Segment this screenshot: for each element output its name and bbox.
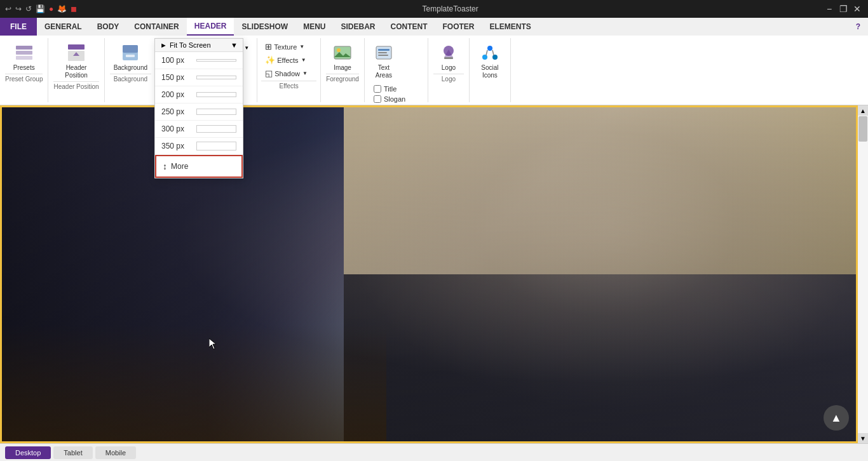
scroll-up-arrow[interactable]: ▲ <box>858 105 868 116</box>
vertical-scrollbar[interactable]: ▲ ▼ <box>858 105 868 443</box>
svg-rect-13 <box>378 49 390 51</box>
ribbon-social-group: SocialIcons <box>470 38 511 102</box>
scroll-down-arrow[interactable]: ▼ <box>858 433 868 443</box>
texture-arrow: ▼ <box>299 44 304 50</box>
preset-group-label: Preset Group <box>5 74 43 83</box>
svg-rect-8 <box>126 55 135 57</box>
quick-access-icon-3[interactable]: ↺ <box>25 4 32 13</box>
svg-rect-18 <box>444 57 453 59</box>
logo-group-label: Logo <box>433 74 464 83</box>
text-areas-button[interactable]: TextAreas <box>369 41 399 81</box>
menu-content[interactable]: CONTENT <box>383 18 435 36</box>
header-position-group-label: Header Position <box>53 81 98 90</box>
height-item-150[interactable]: 150 px <box>155 69 243 86</box>
menu-sidebar[interactable]: SIDEBAR <box>333 18 383 36</box>
logo-button[interactable]: Logo <box>433 41 464 74</box>
background-label: Background <box>114 64 147 72</box>
svg-line-22 <box>486 50 487 55</box>
height-item-250[interactable]: 250 px <box>155 104 243 121</box>
height-item-350[interactable]: 350 px <box>155 138 243 155</box>
foreground-group-label: Foreground <box>326 74 359 83</box>
menu-elements[interactable]: ELEMENTS <box>482 18 539 36</box>
social-icons-label: SocialIcons <box>481 64 498 79</box>
presets-button[interactable]: Presets <box>9 41 39 74</box>
logo-label: Logo <box>442 64 456 72</box>
height-200-preview <box>196 92 236 97</box>
restore-button[interactable]: ❐ <box>837 3 849 15</box>
image-button[interactable]: Image <box>327 41 358 74</box>
ribbon-header-position-group: HeaderPosition Header Position <box>48 38 104 102</box>
menu-slideshow[interactable]: SLIDESHOW <box>234 18 295 36</box>
scroll-thumb[interactable] <box>858 116 867 142</box>
ribbon-preset-group: Presets Preset Group <box>0 38 48 102</box>
quick-access-icon-2[interactable]: ↪ <box>15 4 22 13</box>
logo-icon <box>438 43 459 63</box>
back-to-top-button[interactable]: ▲ <box>824 405 849 431</box>
title-checkbox[interactable] <box>374 85 381 93</box>
fit-to-screen-option[interactable]: ► Fit To Screen ▼ <box>155 39 243 52</box>
svg-rect-3 <box>68 44 85 50</box>
tablet-tab[interactable]: Tablet <box>53 446 92 459</box>
svg-line-23 <box>492 50 494 55</box>
social-icons-button[interactable]: SocialIcons <box>475 41 505 81</box>
menu-help[interactable]: ? <box>848 18 868 36</box>
height-item-100[interactable]: 100 px <box>155 52 243 69</box>
quick-access-icon-5[interactable]: ● <box>49 4 53 13</box>
fit-to-screen-option-label: Fit To Screen <box>170 41 211 49</box>
svg-rect-0 <box>16 46 32 50</box>
quick-access-icon-1[interactable]: ↩ <box>5 4 11 13</box>
texture-button[interactable]: ⊞ Texture ▼ <box>261 41 308 53</box>
desktop-tab[interactable]: Desktop <box>5 446 51 459</box>
border-dropdown-arrow: ▼ <box>244 45 249 51</box>
presets-label: Presets <box>13 64 35 72</box>
height-item-200[interactable]: 200 px <box>155 86 243 104</box>
text-areas-checks: Title Slogan <box>369 83 424 105</box>
minimize-button[interactable]: − <box>824 3 835 15</box>
svg-rect-1 <box>16 51 32 55</box>
title-checkbox-item[interactable]: Title <box>374 85 419 93</box>
svg-point-10 <box>337 48 341 52</box>
effects-label: Effects <box>277 57 298 64</box>
ribbon: Presets Preset Group HeaderPosition Head… <box>0 36 868 105</box>
background-icon <box>120 43 140 63</box>
quick-access-icon-7[interactable]: ◼ <box>71 4 77 13</box>
height-300-label: 300 px <box>161 124 196 133</box>
presets-icon <box>14 43 34 63</box>
menu-footer[interactable]: FOOTER <box>435 18 482 36</box>
texture-icon: ⊞ <box>265 42 272 51</box>
ribbon-foreground-group: Image Foreground <box>321 38 365 102</box>
shadow-button[interactable]: ◱ Shadow ▼ <box>261 67 311 79</box>
menu-general[interactable]: GENERAL <box>37 18 90 36</box>
quick-access-icon-6[interactable]: 🦊 <box>57 4 67 13</box>
header-position-button[interactable]: HeaderPosition <box>61 41 92 81</box>
more-icon: ↕ <box>163 161 167 171</box>
background-button[interactable]: Background <box>110 41 151 74</box>
height-300-preview <box>196 125 236 133</box>
quick-access-icon-4[interactable]: 💾 <box>36 4 45 13</box>
svg-rect-15 <box>378 55 388 56</box>
effects-button[interactable]: ✨ Effects ▼ <box>261 54 309 66</box>
menu-file[interactable]: FILE <box>0 18 37 36</box>
menu-container[interactable]: CONTAINER <box>126 18 186 36</box>
mobile-tab[interactable]: Mobile <box>95 446 136 459</box>
more-button[interactable]: ↕ More <box>155 155 243 178</box>
svg-point-21 <box>492 55 498 60</box>
texture-label: Texture <box>274 43 297 51</box>
fit-to-screen-left-arrow: ► <box>160 41 167 49</box>
title-bar-left: ↩ ↪ ↺ 💾 ● 🦊 ◼ <box>5 4 77 13</box>
height-item-300[interactable]: 300 px <box>155 121 243 138</box>
ribbon-logo-group: Logo Logo <box>428 38 470 102</box>
fit-to-screen-right-arrow: ▼ <box>231 41 238 49</box>
slogan-checkbox[interactable] <box>374 95 381 103</box>
scroll-track[interactable] <box>858 116 868 433</box>
close-button[interactable]: ✕ <box>851 3 863 15</box>
svg-rect-2 <box>16 56 32 60</box>
menu-menu[interactable]: MENU <box>295 18 333 36</box>
effects-arrow: ▼ <box>301 57 306 63</box>
menu-body[interactable]: BODY <box>90 18 127 36</box>
window-controls: − ❐ ✕ <box>824 3 863 15</box>
header-position-icon <box>66 43 86 63</box>
effects-group-label: Effects <box>261 81 316 90</box>
menu-header[interactable]: HEADER <box>187 18 234 36</box>
slogan-checkbox-item[interactable]: Slogan <box>374 95 419 103</box>
